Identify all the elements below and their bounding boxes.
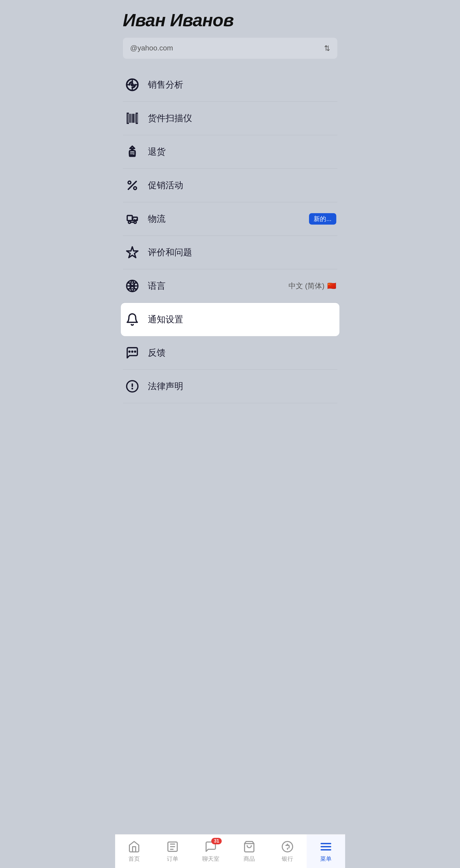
svg-rect-3 <box>129 114 130 123</box>
selector-arrows-icon: ⇅ <box>324 44 330 53</box>
menu-item-language[interactable]: 语言 中文 (简体) 🇨🇳 <box>123 269 337 303</box>
menu-item-returns[interactable]: 退货 <box>123 135 337 169</box>
sales-label: 销售分析 <box>148 79 336 91</box>
menu-item-ratings[interactable]: 评价和问题 <box>123 236 337 269</box>
nav-item-home[interactable]: 首页 <box>115 834 154 868</box>
menu-item-feedback[interactable]: 反馈 <box>123 336 337 370</box>
logistics-badge: 新的... <box>309 213 336 225</box>
returns-label: 退货 <box>148 146 336 158</box>
svg-rect-1 <box>127 114 128 123</box>
menu-item-notifications[interactable]: 通知设置 <box>121 303 339 336</box>
notifications-label: 通知设置 <box>148 313 336 326</box>
svg-rect-13 <box>127 216 132 221</box>
svg-rect-7 <box>136 114 137 123</box>
svg-point-0 <box>130 83 134 86</box>
language-label: 语言 <box>148 280 289 292</box>
ratings-label: 评价和问题 <box>148 246 336 258</box>
chat-icon: 31 <box>204 840 218 854</box>
nav-item-orders[interactable]: 订单 <box>153 834 192 868</box>
nav-home-label: 首页 <box>128 855 140 863</box>
svg-rect-6 <box>134 114 135 123</box>
menu-item-scanner[interactable]: 货件扫描仪 <box>123 102 337 135</box>
email-selector[interactable]: @yahoo.com ⇅ <box>123 38 337 59</box>
nav-item-products[interactable]: 商品 <box>230 834 268 868</box>
svg-rect-8 <box>137 114 138 123</box>
email-display: @yahoo.com <box>130 44 173 52</box>
menu-list: 销售分析 货件扫描仪 <box>123 68 337 403</box>
legal-label: 法律声明 <box>148 380 336 392</box>
chat-badge: 31 <box>211 838 222 844</box>
feedback-icon <box>124 344 141 361</box>
svg-rect-2 <box>128 114 129 123</box>
nav-chat-label: 聊天室 <box>202 855 219 863</box>
logistics-icon <box>124 211 141 227</box>
svg-rect-5 <box>132 114 134 123</box>
logistics-label: 物流 <box>148 213 309 225</box>
nav-item-bank[interactable]: 银行 <box>268 834 307 868</box>
user-name: Иван Иванов <box>123 10 337 30</box>
svg-point-12 <box>134 187 136 189</box>
menu-item-logistics[interactable]: 物流 新的... <box>123 202 337 236</box>
ratings-icon <box>124 244 141 261</box>
nav-menu-label: 菜单 <box>320 855 332 863</box>
products-icon <box>242 840 256 854</box>
flag-icon: 🇨🇳 <box>327 282 336 290</box>
promotions-label: 促销活动 <box>148 179 336 191</box>
feedback-label: 反馈 <box>148 347 336 359</box>
menu-item-sales[interactable]: 销售分析 <box>123 68 337 102</box>
svg-point-11 <box>128 181 131 184</box>
menu-item-legal[interactable]: 法律声明 <box>123 370 337 403</box>
barcode-scanner-icon <box>124 110 141 127</box>
bottom-navigation: 首页 订单 31 聊天室 商品 <box>115 834 345 868</box>
home-icon <box>127 840 141 854</box>
svg-point-25 <box>131 350 133 353</box>
notification-icon <box>124 311 141 328</box>
nav-bank-label: 银行 <box>282 855 293 863</box>
sales-analysis-icon <box>124 76 141 93</box>
language-value: 中文 (简体) 🇨🇳 <box>289 281 336 291</box>
svg-point-26 <box>128 350 130 353</box>
orders-icon <box>166 840 179 854</box>
svg-point-31 <box>282 841 293 852</box>
menu-item-promotions[interactable]: 促销活动 <box>123 169 337 202</box>
nav-orders-label: 订单 <box>167 855 178 863</box>
nav-products-label: 商品 <box>243 855 255 863</box>
menu-icon <box>319 840 333 854</box>
scanner-label: 货件扫描仪 <box>148 112 336 124</box>
language-icon <box>124 278 141 294</box>
nav-item-menu[interactable]: 菜单 <box>307 834 345 868</box>
returns-icon <box>124 144 141 160</box>
bank-icon <box>281 840 294 854</box>
svg-point-27 <box>134 350 136 353</box>
promotions-icon <box>124 177 141 194</box>
svg-line-10 <box>128 181 136 189</box>
svg-rect-4 <box>131 114 132 123</box>
legal-icon <box>124 378 141 395</box>
nav-item-chat[interactable]: 31 聊天室 <box>192 834 230 868</box>
